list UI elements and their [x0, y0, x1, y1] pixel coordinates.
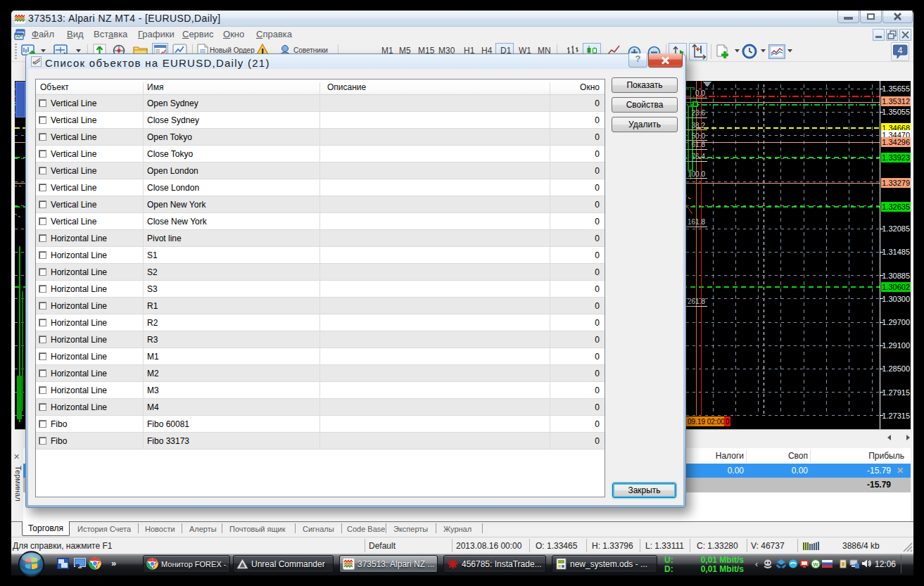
svg-text:1.29700: 1.29700 — [882, 318, 910, 326]
svg-text:23.6: 23.6 — [692, 109, 706, 117]
svg-text:261.8: 261.8 — [688, 298, 705, 305]
svg-text:09.19 02:00: 09.19 02:00 — [688, 418, 725, 426]
svg-text:38.2: 38.2 — [692, 122, 706, 129]
svg-text:1.29100: 1.29100 — [882, 341, 910, 350]
svg-text:1.35312: 1.35312 — [882, 97, 910, 106]
svg-text:76.4: 76.4 — [692, 153, 706, 160]
svg-text:1.35055: 1.35055 — [882, 108, 910, 116]
svg-text:1.33923: 1.33923 — [882, 153, 910, 162]
svg-text:1.28500: 1.28500 — [882, 364, 910, 373]
svg-text:4: 4 — [898, 46, 903, 56]
svg-text:1.30300: 1.30300 — [882, 295, 910, 303]
svg-text:161.8: 161.8 — [688, 218, 705, 226]
svg-text:100.0: 100.0 — [688, 170, 705, 178]
svg-text:1.30602: 1.30602 — [882, 283, 910, 291]
svg-text:W: W — [813, 561, 818, 568]
svg-text:1.30885: 1.30885 — [882, 272, 910, 280]
svg-text:1.32635: 1.32635 — [882, 203, 910, 211]
svg-text:1.27915: 1.27915 — [882, 388, 910, 397]
svg-text:1.32085: 1.32085 — [882, 224, 910, 233]
svg-text:1.34296: 1.34296 — [882, 138, 910, 146]
svg-text:1.31485: 1.31485 — [882, 248, 910, 256]
svg-text:61.8: 61.8 — [692, 141, 706, 148]
svg-text:1.35655: 1.35655 — [882, 84, 910, 93]
svg-text:0.0: 0.0 — [695, 89, 705, 97]
svg-text:50.0: 50.0 — [692, 132, 706, 140]
svg-text:1.27315: 1.27315 — [882, 412, 910, 420]
svg-text:1.33279: 1.33279 — [882, 179, 910, 187]
svg-text:0: 0 — [726, 418, 730, 426]
